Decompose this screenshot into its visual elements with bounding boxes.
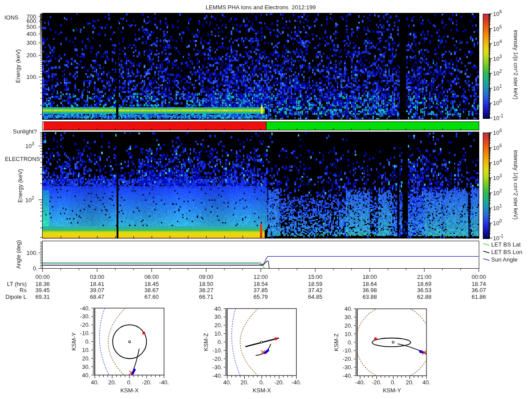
svg-text:KSM-Z: KSM-Z <box>203 333 209 351</box>
svg-text:LT (hrs): LT (hrs) <box>7 281 27 287</box>
svg-text:105: 105 <box>493 24 502 32</box>
svg-text:40.: 40. <box>422 379 430 386</box>
svg-text:KSM-Y: KSM-Y <box>70 332 77 351</box>
svg-text:37.42: 37.42 <box>308 287 323 293</box>
svg-text:36.98: 36.98 <box>363 287 377 293</box>
svg-text:-40.: -40. <box>291 379 301 386</box>
svg-text:400.: 400. <box>27 31 38 37</box>
svg-text:20.: 20. <box>82 355 90 362</box>
svg-text:LET BS Lon: LET BS Lon <box>491 249 522 255</box>
svg-text:20.: 20. <box>406 379 414 386</box>
svg-text:102: 102 <box>493 69 502 77</box>
svg-text:-40.: -40. <box>355 379 365 386</box>
svg-text:0.: 0. <box>391 379 396 386</box>
svg-text:-20.: -20. <box>80 321 90 328</box>
svg-text:-20.: -20. <box>212 356 222 362</box>
svg-text:KSM-X: KSM-X <box>253 387 271 394</box>
svg-text:100: 100 <box>493 98 502 106</box>
svg-text:06:00: 06:00 <box>145 274 159 280</box>
svg-text:-10.: -10. <box>212 347 222 354</box>
svg-text:20.: 20. <box>344 322 352 329</box>
svg-text:-20.: -20. <box>274 379 284 386</box>
svg-text:Dipole L: Dipole L <box>5 293 27 300</box>
svg-text:100.: 100. <box>27 74 38 80</box>
svg-text:103: 103 <box>493 54 502 62</box>
svg-text:KSM-Y: KSM-Y <box>383 387 401 394</box>
svg-text:0.: 0. <box>259 379 264 386</box>
svg-text:18.59: 18.59 <box>308 281 323 287</box>
svg-text:103: 103 <box>25 141 34 149</box>
svg-text:18.64: 18.64 <box>363 281 377 287</box>
svg-text:104: 104 <box>493 158 502 166</box>
svg-text:62.88: 62.88 <box>417 293 432 300</box>
svg-text:105: 105 <box>493 143 502 151</box>
svg-text:09:00: 09:00 <box>199 274 214 280</box>
svg-text:40.: 40. <box>82 372 90 379</box>
svg-text:40.: 40. <box>91 379 99 386</box>
svg-text:18.45: 18.45 <box>145 281 159 287</box>
svg-text:15:00: 15:00 <box>308 274 323 280</box>
svg-text:66.71: 66.71 <box>199 293 214 300</box>
svg-text:0.: 0. <box>218 339 223 345</box>
svg-text:Angle (deg): Angle (deg) <box>16 240 22 269</box>
svg-text:20.: 20. <box>108 379 116 386</box>
svg-text:100: 100 <box>493 219 502 227</box>
svg-text:300.: 300. <box>27 39 38 46</box>
svg-text:00:00: 00:00 <box>472 274 486 280</box>
svg-text:0.: 0. <box>33 265 38 272</box>
svg-text:103: 103 <box>493 173 502 181</box>
svg-text:LET BS Lat: LET BS Lat <box>491 241 521 248</box>
svg-text:-10.: -10. <box>80 330 90 336</box>
svg-text:ELECTRONS: ELECTRONS <box>5 156 40 162</box>
svg-text:-20.: -20. <box>372 379 381 386</box>
svg-text:-20.: -20. <box>142 379 152 386</box>
svg-text:Energy (keV): Energy (keV) <box>17 169 23 203</box>
svg-text:100.: 100. <box>27 250 38 256</box>
svg-text:36.07: 36.07 <box>472 287 486 293</box>
svg-text:102: 102 <box>25 196 34 203</box>
svg-text:20.: 20. <box>240 379 248 386</box>
svg-text:-30.: -30. <box>80 313 90 320</box>
svg-text:18.54: 18.54 <box>254 281 268 287</box>
svg-text:0.: 0. <box>127 379 132 386</box>
svg-text:20.: 20. <box>214 322 222 329</box>
svg-text:101: 101 <box>493 203 502 211</box>
svg-text:10.: 10. <box>82 347 90 353</box>
svg-text:LEMMS PHA Ions and Electrons: LEMMS PHA Ions and Electrons 2012:199 <box>206 4 316 11</box>
svg-text:Sunlight?: Sunlight? <box>13 128 37 135</box>
svg-text:500.: 500. <box>27 23 38 30</box>
svg-text:Sun Angle: Sun Angle <box>491 256 517 263</box>
svg-text:intensity 1/(s cm^2 ster keV): intensity 1/(s cm^2 ster keV) <box>512 30 519 100</box>
svg-text:10-1: 10-1 <box>493 234 504 242</box>
svg-text:102: 102 <box>493 188 502 196</box>
svg-text:61.86: 61.86 <box>472 293 486 300</box>
svg-text:40.: 40. <box>344 305 352 312</box>
svg-text:18.36: 18.36 <box>35 281 50 287</box>
svg-text:106: 106 <box>493 9 502 17</box>
svg-text:37.85: 37.85 <box>254 287 268 293</box>
svg-text:KSM-Z: KSM-Z <box>333 333 340 352</box>
svg-text:18.50: 18.50 <box>199 281 214 287</box>
svg-text:67.60: 67.60 <box>145 293 159 300</box>
svg-text:-30.: -30. <box>343 364 352 371</box>
svg-text:-30.: -30. <box>212 364 222 371</box>
svg-text:40.: 40. <box>214 305 222 312</box>
svg-text:63.88: 63.88 <box>363 293 377 300</box>
svg-text:39.07: 39.07 <box>90 287 105 293</box>
svg-text:0.: 0. <box>85 338 90 345</box>
svg-text:18.74: 18.74 <box>472 281 486 287</box>
svg-text:10-1: 10-1 <box>493 113 504 121</box>
svg-text:104: 104 <box>493 39 502 47</box>
svg-text:39.45: 39.45 <box>35 287 50 293</box>
svg-text:Energy (keV): Energy (keV) <box>15 49 21 83</box>
svg-text:700.: 700. <box>27 13 38 20</box>
svg-text:36.53: 36.53 <box>417 287 432 293</box>
svg-text:40.: 40. <box>223 379 231 386</box>
svg-text:68.47: 68.47 <box>90 293 105 300</box>
svg-text:18.69: 18.69 <box>417 281 432 287</box>
svg-text:-40.: -40. <box>343 372 352 379</box>
svg-text:21:00: 21:00 <box>417 274 432 280</box>
svg-text:10.: 10. <box>214 330 222 337</box>
svg-text:64.85: 64.85 <box>308 293 323 300</box>
svg-text:12:00: 12:00 <box>254 274 268 280</box>
